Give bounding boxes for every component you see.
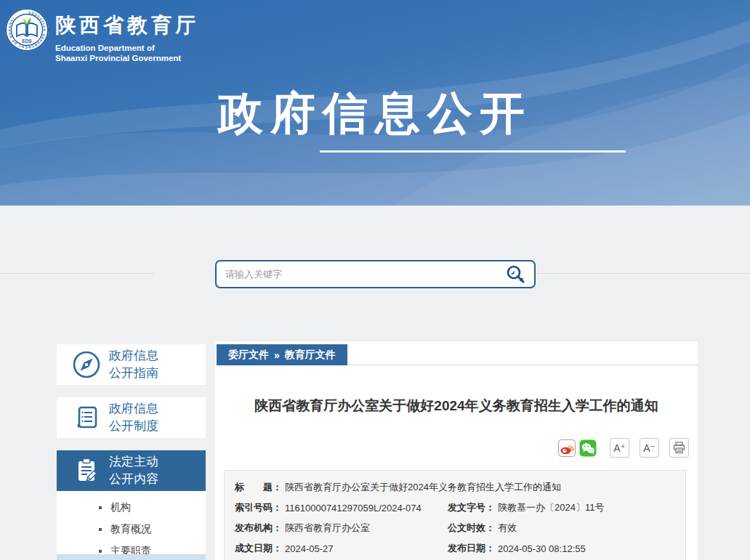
search-button[interactable] [502, 263, 528, 286]
meta-value: 陕教基一办〔2024〕11号 [498, 501, 604, 514]
article-title: 陕西省教育厅办公室关于做好2024年义务教育招生入学工作的通知 [215, 397, 698, 415]
meta-value: 陕西省教育厅办公室关于做好2024年义务教育招生入学工作的通知 [285, 481, 561, 494]
meta-row: 成文日期： 2024-05-27 发布日期： 2024-05-30 08:12:… [235, 538, 685, 559]
bullet-square-icon [99, 528, 102, 531]
sidebar-item-proactive-disclosure[interactable]: 法定主动 公开内容 [57, 450, 206, 491]
sidebar-next-item-edge [57, 554, 206, 560]
meta-label: 公文时效： [448, 522, 495, 535]
org-name-en-line2: Shaanxi Provincial Government [55, 53, 199, 63]
font-increase-label: A⁺ [613, 442, 626, 454]
search-box [215, 260, 536, 288]
wechat-share-icon[interactable] [579, 439, 597, 457]
main-panel: 委厅文件 » 教育厅文件 陕西省教育厅办公室关于做好2024年义务教育招生入学工… [215, 341, 698, 560]
meta-row: 发布机构： 陕西省教育厅办公室 公文时效： 有效 [235, 518, 685, 538]
content-area: 政府信息 公开指南 政府信息 公开制度 [0, 206, 750, 560]
meta-label: 标 题： [235, 481, 282, 494]
sidebar-subitem-organization[interactable]: 机构 [99, 498, 206, 517]
org-name-en: Education Department of Shaanxi Provinci… [55, 43, 199, 63]
clipboard-pencil-icon [70, 455, 102, 487]
meta-label: 成文日期： [235, 542, 282, 555]
rules-book-icon [70, 402, 102, 434]
meta-label: 发布机构： [235, 522, 282, 535]
sidebar-subitem-label: 教育概况 [110, 523, 151, 536]
bullet-square-icon [99, 506, 102, 509]
breadcrumb-current[interactable]: 教育厅文件 [285, 349, 336, 362]
sidebar-item-label: 政府信息 公开制度 [109, 400, 158, 435]
compass-icon [70, 349, 102, 381]
svg-text:EDS: EDS [22, 38, 32, 44]
hero-banner: EDUCATION DEPARTMENT OF SHAANXI EDS 陕西省教… [0, 0, 750, 206]
meta-label: 索引号码： [235, 501, 282, 514]
sidebar-item-disclosure-rules[interactable]: 政府信息 公开制度 [57, 397, 206, 438]
meta-value: 11610000741297059L/2024-074 [285, 503, 422, 514]
article-toolbar: A⁺ A⁻ [558, 438, 689, 458]
document-meta-table: 标 题： 陕西省教育厅办公室关于做好2024年义务教育招生入学工作的通知 索引号… [224, 470, 686, 560]
divider-line-right [536, 273, 750, 274]
font-decrease-button[interactable]: A⁻ [640, 438, 659, 458]
divider-line-left [0, 273, 154, 274]
font-increase-button[interactable]: A⁺ [610, 438, 629, 458]
org-name-zh: 陕西省教育厅 [55, 12, 199, 39]
meta-value: 有效 [498, 522, 517, 535]
breadcrumb-section[interactable]: 委厅文件 [228, 349, 269, 362]
sidebar-subitem-education-overview[interactable]: 教育概况 [99, 519, 206, 539]
sidebar-submenu: 机构 教育概况 主要职责 [57, 491, 206, 554]
banner-underline [320, 150, 626, 153]
org-name-en-line1: Education Department of [55, 43, 199, 53]
bullet-square-icon [99, 550, 102, 553]
org-logo-icon: EDUCATION DEPARTMENT OF SHAANXI EDS [4, 7, 49, 52]
banner-title: 政府信息公开 [0, 83, 750, 144]
search-input[interactable] [225, 269, 502, 280]
meta-value: 2024-05-30 08:12:55 [498, 543, 586, 554]
meta-label: 发布日期： [448, 542, 495, 555]
font-decrease-label: A⁻ [643, 442, 656, 454]
breadcrumb: 委厅文件 » 教育厅文件 [217, 344, 347, 365]
meta-row-title: 标 题： 陕西省教育厅办公室关于做好2024年义务教育招生入学工作的通知 [235, 477, 685, 498]
org-name-block: 陕西省教育厅 Education Department of Shaanxi P… [55, 12, 199, 63]
search-icon [504, 264, 526, 285]
meta-value: 陕西省教育厅办公室 [285, 522, 370, 535]
sidebar-item-label: 政府信息 公开指南 [109, 347, 158, 382]
page: EDUCATION DEPARTMENT OF SHAANXI EDS 陕西省教… [0, 0, 750, 560]
weibo-share-icon[interactable] [558, 439, 576, 457]
meta-row: 索引号码： 11610000741297059L/2024-074 发文字号： … [235, 498, 685, 518]
breadcrumb-separator-icon: » [274, 349, 280, 361]
print-button[interactable] [669, 438, 689, 458]
printer-icon [673, 442, 685, 454]
sidebar-item-label: 法定主动 公开内容 [109, 453, 158, 488]
sidebar-item-disclosure-guide[interactable]: 政府信息 公开指南 [57, 344, 206, 385]
sidebar-subitem-label: 机构 [110, 501, 131, 514]
meta-label: 发文字号： [448, 501, 495, 514]
meta-value: 2024-05-27 [285, 543, 334, 554]
